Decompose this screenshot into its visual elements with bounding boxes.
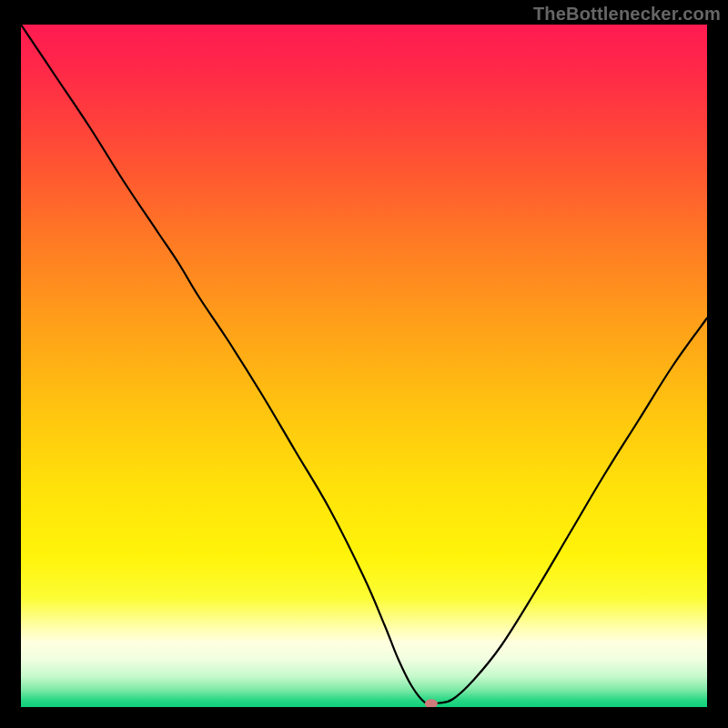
watermark-text: TheBottlenecker.com	[533, 4, 721, 25]
chart-background	[21, 25, 707, 707]
chart-container: TheBottlenecker.com	[0, 0, 728, 728]
plot-area	[21, 25, 707, 707]
chart-svg	[21, 25, 707, 707]
